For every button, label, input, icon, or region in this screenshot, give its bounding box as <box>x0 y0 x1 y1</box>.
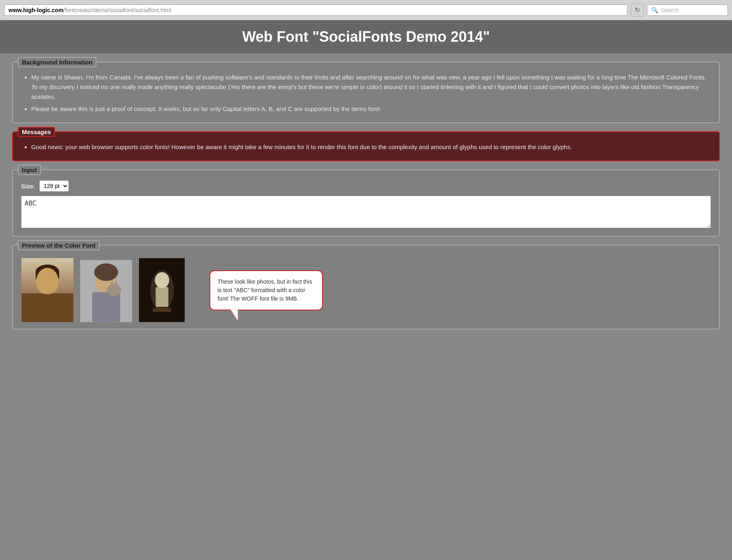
photo-b <box>80 260 132 323</box>
input-legend: Input <box>18 165 41 175</box>
search-placeholder: Search <box>661 7 679 13</box>
preview-content: These look like photos, but in fact this… <box>21 258 711 323</box>
browser-toolbar: www.high-logic.com/fontcreator/demo/soci… <box>0 0 732 20</box>
reload-button[interactable]: ↻ <box>631 4 644 17</box>
photo-b-svg <box>80 260 132 323</box>
messages-item-1: Good news: your web browser supports col… <box>31 142 711 152</box>
search-icon: 🔍 <box>651 7 658 13</box>
text-input[interactable]: ABC <box>21 196 711 228</box>
background-item-2: Please be aware this is just a proof of … <box>31 104 711 114</box>
size-row: Size: 128 pt 8 pt 12 pt 16 pt 24 pt 32 p… <box>21 180 711 192</box>
shirt-shape <box>21 293 73 322</box>
photo-c <box>139 258 185 323</box>
messages-section: Messages Good news: your web browser sup… <box>12 131 720 161</box>
background-section: Background Information My name is Shawn,… <box>12 62 720 123</box>
svg-point-10 <box>150 270 174 310</box>
address-bar[interactable]: www.high-logic.com/fontcreator/demo/soci… <box>4 4 627 16</box>
messages-list: Good news: your web browser supports col… <box>21 142 711 152</box>
background-list: My name is Shawn, I'm from Canada. I've … <box>21 73 711 114</box>
input-section: Input Size: 128 pt 8 pt 12 pt 16 pt 24 p… <box>12 169 720 237</box>
search-box[interactable]: 🔍 Search <box>647 4 728 16</box>
svg-rect-11 <box>153 308 171 312</box>
photo-c-svg <box>139 258 185 323</box>
page-content: Web Font "SocialFonts Demo 2014" Backgro… <box>0 20 732 346</box>
size-label: Size: <box>21 183 35 190</box>
preview-legend: Preview of the Color Font <box>18 240 100 250</box>
svg-point-3 <box>107 284 121 296</box>
background-item-1: My name is Shawn, I'm from Canada. I've … <box>31 73 711 102</box>
preview-section: Preview of the Color Font <box>12 245 720 329</box>
size-select[interactable]: 128 pt 8 pt 12 pt 16 pt 24 pt 32 pt 48 p… <box>39 180 69 192</box>
face-shape <box>36 268 59 294</box>
photo-a <box>21 258 74 323</box>
messages-legend: Messages <box>18 127 55 137</box>
url-path: /fontcreator/demo/socialfont/socialfont.… <box>64 7 171 13</box>
page-title-bar: Web Font "SocialFonts Demo 2014" <box>0 20 732 53</box>
photo-previews <box>21 258 185 323</box>
url-domain: www.high-logic.com <box>9 7 64 13</box>
speech-bubble-text: These look like photos, but in fact this… <box>218 278 315 303</box>
page-title: Web Font "SocialFonts Demo 2014" <box>8 28 724 45</box>
speech-bubble: These look like photos, but in fact this… <box>209 270 323 310</box>
svg-point-6 <box>94 263 118 281</box>
background-legend: Background Information <box>18 57 96 67</box>
svg-rect-2 <box>92 292 120 322</box>
main-content: Background Information My name is Shawn,… <box>0 53 732 346</box>
